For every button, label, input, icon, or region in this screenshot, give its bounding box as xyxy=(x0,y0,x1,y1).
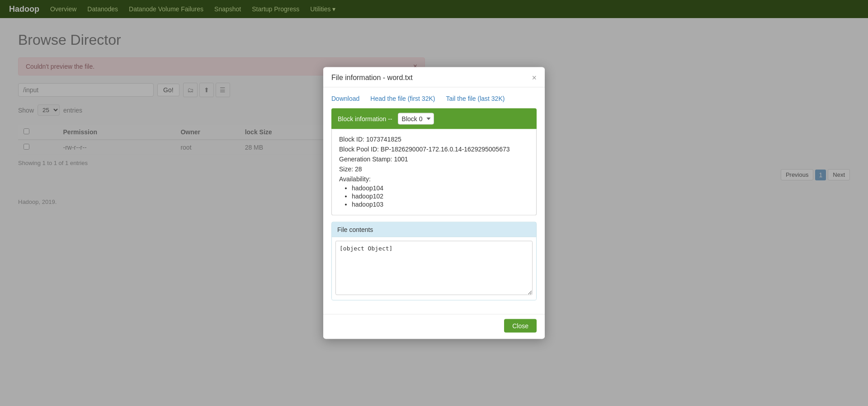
block-select[interactable]: Block 0 xyxy=(398,113,434,125)
block-info-container: Block information -- Block 0 Block ID: 1… xyxy=(331,109,537,216)
modal-links: Download Head the file (first 32K) Tail … xyxy=(331,95,537,102)
close-button[interactable]: Close xyxy=(504,319,537,333)
modal-header: File information - word.txt × xyxy=(323,67,545,88)
block-details: Block ID: 1073741825 Block Pool ID: BP-1… xyxy=(331,129,537,216)
block-size: Size: 28 xyxy=(339,165,529,173)
avail-node-1: hadoop102 xyxy=(352,193,529,200)
tail-file-link[interactable]: Tail the file (last 32K) xyxy=(446,95,505,102)
block-info-label: Block information -- xyxy=(338,115,392,123)
file-contents-body xyxy=(332,237,536,300)
modal-title: File information - word.txt xyxy=(331,74,413,82)
block-info-bar: Block information -- Block 0 xyxy=(331,109,537,129)
file-contents-header: File contents xyxy=(332,222,536,237)
availability-list: hadoop104 hadoop102 hadoop103 xyxy=(339,184,529,208)
generation-stamp: Generation Stamp: 1001 xyxy=(339,156,529,163)
avail-node-2: hadoop103 xyxy=(352,201,529,208)
avail-node-0: hadoop104 xyxy=(352,184,529,192)
head-file-link[interactable]: Head the file (first 32K) xyxy=(370,95,435,102)
download-link[interactable]: Download xyxy=(331,95,359,102)
block-pool-id: Block Pool ID: BP-1826290007-172.16.0.14… xyxy=(339,146,529,153)
block-id: Block ID: 1073741825 xyxy=(339,136,529,143)
modal-close-button[interactable]: × xyxy=(532,74,537,82)
modal-body: Download Head the file (first 32K) Tail … xyxy=(323,88,545,314)
availability-label: Availability: xyxy=(339,175,529,183)
file-contents-textarea[interactable] xyxy=(335,241,533,295)
modal-footer: Close xyxy=(323,314,545,339)
file-info-modal: File information - word.txt × Download H… xyxy=(323,67,545,339)
file-contents-section: File contents xyxy=(331,222,537,301)
